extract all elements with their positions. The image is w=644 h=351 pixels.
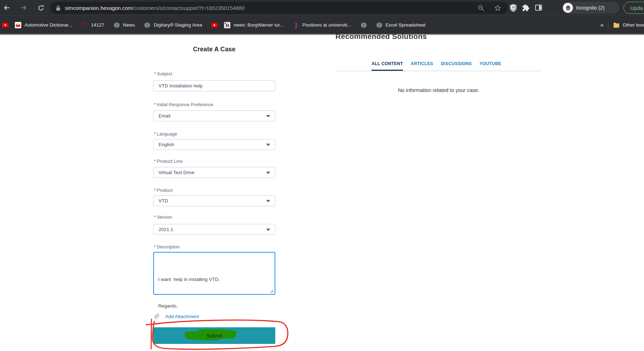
- reload-button[interactable]: [35, 2, 47, 14]
- bookmark-star-icon[interactable]: [494, 4, 501, 12]
- bookmark-item[interactable]: Digitary® Staging Area: [144, 22, 202, 28]
- bookmark-item[interactable]: [361, 22, 367, 28]
- lock-icon: [56, 5, 61, 11]
- chevron-down-icon: [266, 172, 270, 174]
- description-label: *Description: [154, 244, 180, 249]
- product-line-label: *Product Line: [154, 159, 183, 164]
- chevron-down-icon: [266, 200, 270, 202]
- bookmarks-divider: [608, 21, 608, 29]
- bookmark-item[interactable]: Automotive Dictionar...: [15, 22, 72, 28]
- empty-results-message: No information related to your case.: [335, 87, 542, 93]
- svg-text:D: D: [226, 22, 229, 28]
- language-select[interactable]: English: [153, 139, 275, 150]
- subject-label: *Subject: [154, 71, 172, 76]
- description-line: I want help in installing VTD.: [158, 275, 270, 284]
- globe-icon: [144, 22, 150, 28]
- adblock-shield-icon[interactable]: [510, 4, 517, 12]
- bookmark-item[interactable]: Excel Spreadsheet: [376, 22, 426, 28]
- chevron-down-icon: [266, 144, 270, 146]
- paperclip-icon: [153, 313, 160, 320]
- d-favicon: D: [224, 22, 230, 28]
- bookmark-label: Positions at universiti...: [302, 22, 351, 28]
- bookmark-label: 14127: [91, 22, 104, 28]
- bookmarks-bar: Automotive Dictionar... 14127 News Digit…: [0, 16, 644, 34]
- tab-youtube[interactable]: YOUTUBE: [479, 61, 501, 71]
- incognito-label: Incognito (2): [576, 5, 605, 11]
- chevron-down-icon: [266, 229, 270, 231]
- initial-response-preference-select[interactable]: Email: [153, 110, 275, 121]
- url-text: simcompanion.hexagon.com/customers/s/con…: [65, 5, 477, 11]
- tabs-divider: [335, 71, 542, 71]
- initial-response-preference-label: *Initial Response Preference: [154, 102, 213, 107]
- add-attachment-link[interactable]: Add Attachment: [165, 314, 199, 319]
- side-panel-icon[interactable]: [535, 4, 542, 12]
- bookmark-item[interactable]: J Positions at universiti...: [293, 22, 351, 28]
- page-title: Create A Case: [153, 46, 275, 53]
- globe-icon: [114, 22, 120, 28]
- product-line-select[interactable]: Virtual Test Drive: [153, 167, 275, 178]
- bookmark-item[interactable]: [2, 22, 8, 28]
- tab-all-content[interactable]: ALL CONTENT: [372, 61, 403, 71]
- extensions-puzzle-icon[interactable]: [522, 4, 530, 12]
- incognito-icon: [563, 3, 573, 13]
- globe-icon: [376, 22, 383, 28]
- bookmarks-overflow-chevron[interactable]: »: [600, 22, 603, 29]
- product-select[interactable]: VTD: [153, 195, 275, 206]
- youtube-icon: [2, 22, 8, 28]
- bookmark-label: Excel Spreadsheet: [386, 22, 426, 28]
- chevron-down-icon: [266, 115, 270, 117]
- bookmark-item[interactable]: D news: BorgWarner tur...: [224, 22, 283, 28]
- page-content: Create A Case *Subject VTD Installation …: [0, 0, 644, 351]
- bookmark-label: Automotive Dictionar...: [24, 22, 72, 28]
- subject-input[interactable]: VTD Installation help: [153, 80, 275, 91]
- back-button[interactable]: [1, 2, 13, 14]
- bookmark-item[interactable]: News: [114, 22, 135, 28]
- incognito-profile-chip[interactable]: Incognito (2): [562, 2, 619, 14]
- other-bookmarks-folder[interactable]: Other boo: [613, 22, 644, 28]
- bookmark-label: Other boo: [623, 22, 644, 28]
- gauge-favicon: [81, 22, 88, 28]
- zoom-out-icon[interactable]: [477, 4, 485, 12]
- language-label: *Language: [154, 131, 177, 137]
- globe-icon: [361, 22, 367, 28]
- product-label: *Product: [154, 188, 173, 193]
- description-line: Regards,: [158, 301, 270, 310]
- car-favicon: [15, 22, 21, 28]
- youtube-icon: [211, 22, 218, 28]
- address-bar[interactable]: simcompanion.hexagon.com/customers/s/con…: [50, 2, 508, 14]
- chrome-update-button[interactable]: Upda: [623, 2, 644, 14]
- description-textarea[interactable]: I want help in installing VTD. Regards, …: [153, 252, 275, 295]
- version-select[interactable]: 2021.1: [153, 224, 275, 235]
- submit-button[interactable]: Submit: [153, 327, 275, 344]
- bookmark-label: News: [123, 22, 135, 28]
- version-label: *Version: [154, 214, 172, 220]
- required-marker: *: [154, 71, 156, 76]
- resize-handle[interactable]: [270, 289, 274, 293]
- forward-button[interactable]: [18, 2, 30, 14]
- bookmark-item[interactable]: 14127: [81, 22, 104, 28]
- folder-icon: [613, 22, 620, 28]
- bookmark-label: Digitary® Staging Area: [154, 22, 202, 28]
- browser-toolbar: simcompanion.hexagon.com/customers/s/con…: [0, 0, 644, 16]
- j-favicon: J: [293, 22, 299, 28]
- bookmark-item[interactable]: [211, 22, 218, 28]
- tab-articles[interactable]: ARTICLES: [411, 61, 433, 71]
- browser-chrome: simcompanion.hexagon.com/customers/s/con…: [0, 0, 644, 35]
- bookmark-label: news: BorgWarner tur...: [234, 22, 283, 28]
- tab-discussions[interactable]: DISCUSSIONS: [441, 61, 472, 71]
- solutions-tabs: ALL CONTENT ARTICLES DISCUSSIONS YOUTUBE: [372, 61, 501, 71]
